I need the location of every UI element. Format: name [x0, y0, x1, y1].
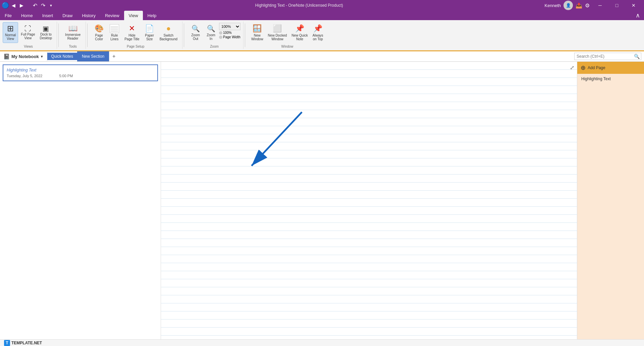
search-icon[interactable]: 🔍	[633, 54, 641, 59]
zoom-100-btn[interactable]: 100%	[219, 31, 240, 35]
search-input[interactable]	[575, 54, 633, 59]
app-title: Highlighting Text - OneNote (Unlicensed …	[54, 3, 545, 8]
immersive-reader-btn[interactable]: 📖 ImmersiveReader	[63, 22, 83, 43]
page-setup-group-label: Page Setup	[127, 45, 144, 48]
tab-help[interactable]: Help	[143, 11, 161, 20]
notebook-nav: 📓 My Notebook ▼ Quick Notes New Section …	[0, 50, 644, 62]
dock-to-desktop-btn[interactable]: ▣ Dock toDesktop	[38, 22, 54, 43]
zoom-options: 100% 75% 150% 100% Page Width	[219, 23, 240, 39]
always-on-top-btn[interactable]: 📌 Alwayson Top	[311, 22, 325, 43]
tab-draw[interactable]: Draw	[58, 11, 77, 20]
zoom-100-icon	[219, 31, 222, 35]
zoom-select[interactable]: 100% 75% 150%	[219, 23, 240, 30]
logo-t: T	[4, 340, 10, 346]
page-width-label: Page Width	[223, 35, 240, 39]
new-docked-icon: ⬜	[273, 24, 282, 33]
dock-label: Dock toDesktop	[40, 33, 52, 40]
normal-view-label: NormalView	[5, 33, 16, 41]
new-window-icon: 🪟	[253, 24, 262, 33]
normal-view-btn[interactable]: ⊞ NormalView	[3, 22, 18, 43]
ribbon-content: ⊞ NormalView ⛶ Full PageView ▣ Dock toDe…	[0, 20, 644, 50]
page-color-btn[interactable]: 🎨 PageColor	[92, 22, 106, 43]
back-btn[interactable]: ◀	[11, 3, 16, 8]
tab-review[interactable]: Review	[100, 11, 124, 20]
switch-background-icon: ●	[166, 24, 171, 33]
window-group-label: Window	[281, 45, 293, 48]
hide-page-title-btn[interactable]: ✕ HidePage Title	[122, 22, 141, 43]
new-quick-note-btn[interactable]: 📌 New QuickNote	[289, 22, 310, 43]
right-panel-page-item[interactable]: Highlighting Text	[577, 74, 644, 84]
page-color-label: PageColor	[95, 34, 103, 41]
add-section-btn[interactable]: +	[109, 51, 118, 61]
notebook-name-label: My Notebook	[11, 54, 39, 59]
forward-btn[interactable]: ▶	[19, 3, 24, 8]
tab-home[interactable]: Home	[16, 11, 38, 20]
group-page-setup: 🎨 PageColor RuleLines ✕ HidePage Title 📄…	[89, 21, 182, 49]
expand-btn[interactable]: ⤢	[570, 64, 574, 71]
page-width-btn[interactable]: Page Width	[219, 35, 240, 39]
new-section-label: New Section	[82, 54, 104, 59]
title-bar-right: Kenneth 👤 📤 ⚙ ─ □ ✕	[545, 0, 641, 11]
quick-notes-tab[interactable]: Quick Notes	[47, 53, 77, 60]
paper-size-icon: 📄	[145, 24, 154, 33]
tab-view[interactable]: View	[124, 11, 143, 20]
paper-size-btn[interactable]: 📄 PaperSize	[142, 22, 157, 43]
title-text: Highlighting Text - OneNote (Unlicensed …	[255, 3, 343, 8]
zoom-in-icon: 🔍	[207, 24, 215, 33]
views-group-label: Views	[24, 45, 33, 48]
zoom-in-btn[interactable]: 🔍 ZoomIn	[204, 22, 218, 43]
onenote-icon: 🔵	[3, 3, 8, 8]
full-page-view-btn[interactable]: ⛶ Full PageView	[19, 22, 37, 43]
add-page-label: Add Page	[588, 65, 605, 70]
logo-text: TEMPLATE.NET	[11, 341, 42, 345]
hide-page-title-label: HidePage Title	[124, 34, 139, 41]
close-btn[interactable]: ✕	[626, 0, 641, 11]
settings-icon[interactable]: ⚙	[585, 2, 590, 9]
notebook-name-btn[interactable]: 📓 My Notebook ▼	[0, 52, 47, 61]
switch-background-label: SwitchBackground	[160, 34, 177, 41]
page-meta: Tuesday, July 5, 2022 5:00 PM	[7, 74, 154, 78]
minimize-btn[interactable]: ─	[592, 0, 608, 11]
full-page-icon: ⛶	[24, 25, 31, 32]
redo-btn[interactable]: ↷	[40, 3, 46, 8]
rule-lines-icon	[110, 24, 119, 33]
normal-view-icon: ⊞	[7, 24, 14, 33]
tab-insert[interactable]: Insert	[38, 11, 58, 20]
new-window-btn[interactable]: 🪟 NewWindow	[249, 22, 265, 43]
maximize-btn[interactable]: □	[609, 0, 625, 11]
group-window: 🪟 NewWindow ⬜ New DockedWindow 📌 New Qui…	[247, 21, 328, 49]
full-page-label: Full PageView	[21, 33, 35, 40]
zoom-out-btn[interactable]: 🔍 ZoomOut	[188, 22, 203, 43]
page-list-panel: Highlighting Text Tuesday, July 5, 2022 …	[0, 62, 161, 339]
share-icon[interactable]: 📤	[576, 2, 582, 9]
status-bar: T TEMPLATE.NET	[0, 339, 644, 346]
window-buttons: 🪟 NewWindow ⬜ New DockedWindow 📌 New Qui…	[249, 22, 325, 44]
right-panel: ⊕ Add Page Highlighting Text	[577, 62, 644, 339]
page-setup-buttons: 🎨 PageColor RuleLines ✕ HidePage Title 📄…	[92, 22, 179, 44]
group-tools: 📖 ImmersiveReader Tools	[60, 21, 86, 49]
undo-btn[interactable]: ↶	[32, 3, 38, 8]
add-page-icon: ⊕	[581, 64, 586, 71]
page-item[interactable]: Highlighting Text Tuesday, July 5, 2022 …	[3, 64, 158, 81]
quick-notes-label: Quick Notes	[51, 54, 73, 59]
quick-access-more[interactable]: ▼	[48, 3, 54, 8]
ribbon-collapse[interactable]: ∧	[632, 12, 644, 19]
new-section-tab[interactable]: New Section	[77, 51, 109, 61]
right-panel-page-title: Highlighting Text	[581, 77, 611, 81]
note-area: ⤢	[161, 62, 577, 339]
tab-file[interactable]: File	[0, 11, 16, 20]
new-docked-window-btn[interactable]: ⬜ New DockedWindow	[266, 22, 289, 43]
new-quick-note-icon: 📌	[295, 24, 304, 33]
notebook-icon: 📓	[3, 53, 10, 60]
page-color-icon: 🎨	[95, 24, 104, 33]
notebook-dropdown-icon: ▼	[40, 55, 44, 58]
ribbon-tabs: File Home Insert Draw History Review Vie…	[0, 11, 644, 20]
page-width-icon	[219, 36, 222, 39]
hide-page-title-icon: ✕	[129, 24, 135, 33]
switch-background-btn[interactable]: ● SwitchBackground	[158, 22, 179, 43]
tab-history[interactable]: History	[77, 11, 100, 20]
main-content: Highlighting Text Tuesday, July 5, 2022 …	[0, 62, 644, 339]
add-page-btn[interactable]: ⊕ Add Page	[577, 62, 644, 74]
rule-lines-btn[interactable]: RuleLines	[107, 22, 122, 43]
rule-lines-label: RuleLines	[110, 34, 118, 41]
